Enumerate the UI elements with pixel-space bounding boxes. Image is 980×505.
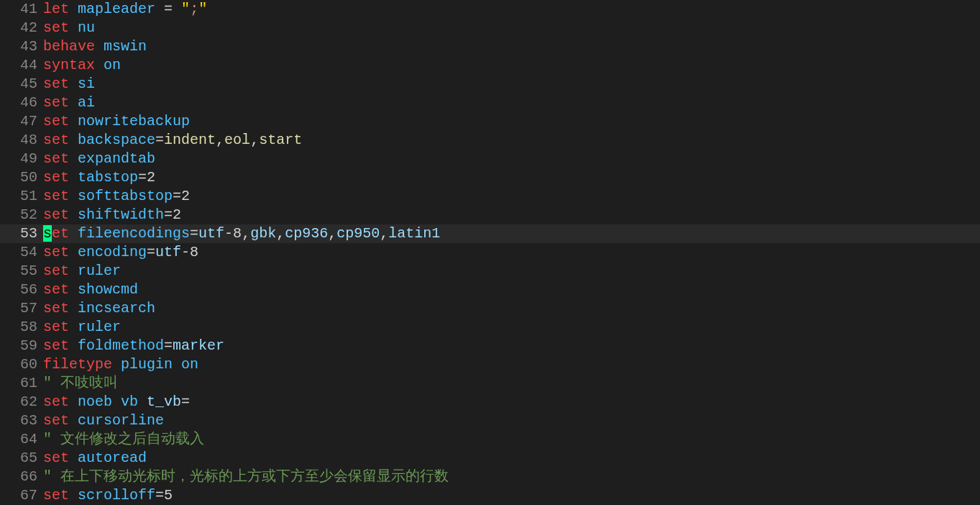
code-line[interactable]: 59set foldmethod=marker: [0, 337, 980, 355]
token: et: [52, 225, 69, 242]
code-line[interactable]: 65set autoread: [0, 449, 980, 468]
code-content[interactable]: set ruler: [42, 318, 980, 337]
code-content[interactable]: " 在上下移动光标时，光标的上方或下方至少会保留显示的行数: [42, 468, 980, 486]
code-line[interactable]: 62set noeb vb t_vb=: [0, 393, 980, 411]
code-content[interactable]: set ai: [42, 94, 980, 112]
code-line[interactable]: 67set scrolloff=5: [0, 486, 980, 505]
token: set: [43, 188, 69, 204]
token: [69, 150, 78, 167]
token: on: [181, 356, 198, 373]
token: shiftwidth: [78, 206, 164, 223]
line-number: 51: [0, 187, 42, 206]
code-content[interactable]: set backspace=indent,eol,start: [42, 131, 980, 150]
line-number: 61: [0, 374, 42, 393]
token: [69, 1, 78, 17]
code-content[interactable]: set shiftwidth=2: [42, 206, 980, 224]
code-line[interactable]: 58set ruler: [0, 318, 980, 337]
code-content[interactable]: set incsearch: [42, 299, 980, 318]
line-number: 54: [0, 243, 42, 262]
token: set: [43, 113, 69, 129]
token: =: [173, 188, 181, 204]
token: [112, 356, 121, 373]
code-content[interactable]: set scrolloff=5: [42, 486, 980, 505]
line-number: 58: [0, 318, 42, 337]
token: vb: [121, 393, 138, 410]
code-content[interactable]: set softtabstop=2: [42, 187, 980, 206]
code-line[interactable]: 48set backspace=indent,eol,start: [0, 131, 980, 150]
code-content[interactable]: set autoread: [42, 449, 980, 468]
token: indent: [164, 132, 216, 148]
code-line[interactable]: 64" 文件修改之后自动载入: [0, 430, 980, 449]
code-content[interactable]: set ruler: [42, 262, 980, 281]
code-line[interactable]: 54set encoding=utf-8: [0, 243, 980, 262]
code-line[interactable]: 61" 不吱吱叫: [0, 374, 980, 393]
code-content[interactable]: syntax on: [42, 56, 980, 75]
token: cp936: [285, 225, 328, 242]
token: [69, 393, 78, 410]
token: [69, 19, 78, 36]
code-line[interactable]: 46set ai: [0, 94, 980, 112]
token: =: [147, 244, 155, 260]
token: [69, 244, 78, 260]
code-line[interactable]: 63set cursorline: [0, 411, 980, 430]
code-content[interactable]: set fileencodings=utf-8,gbk,cp936,cp950,…: [42, 224, 980, 243]
line-number: 57: [0, 299, 42, 318]
token: mapleader: [78, 1, 155, 17]
token: set: [43, 300, 69, 317]
code-editor[interactable]: 41let mapleader = ";"42set nu43behave ms…: [0, 0, 980, 505]
token: [173, 356, 181, 373]
code-content[interactable]: set noeb vb t_vb=: [42, 393, 980, 411]
code-content[interactable]: set nu: [42, 19, 980, 37]
token: [69, 281, 78, 298]
text-cursor: s: [43, 225, 52, 242]
token: set: [43, 281, 69, 298]
code-line[interactable]: 51set softtabstop=2: [0, 187, 980, 206]
token: [69, 300, 78, 317]
code-line[interactable]: 49set expandtab: [0, 150, 980, 168]
code-line[interactable]: 42set nu: [0, 19, 980, 37]
code-line[interactable]: 52set shiftwidth=2: [0, 206, 980, 224]
code-content[interactable]: set tabstop=2: [42, 168, 980, 187]
code-line[interactable]: 56set showcmd: [0, 281, 980, 299]
code-content[interactable]: behave mswin: [42, 37, 980, 56]
code-line[interactable]: 45set si: [0, 75, 980, 94]
token: 2: [147, 169, 155, 186]
code-line[interactable]: 43behave mswin: [0, 37, 980, 56]
code-line[interactable]: 53set fileencodings=utf-8,gbk,cp936,cp95…: [0, 224, 980, 243]
token: si: [78, 76, 95, 92]
token: let: [43, 1, 69, 17]
code-content[interactable]: " 文件修改之后自动载入: [42, 430, 980, 449]
code-line[interactable]: 47set nowritebackup: [0, 112, 980, 131]
code-content[interactable]: " 不吱吱叫: [42, 374, 980, 393]
code-line[interactable]: 60filetype plugin on: [0, 355, 980, 374]
code-line[interactable]: 50set tabstop=2: [0, 168, 980, 187]
line-number: 50: [0, 168, 42, 187]
token: set: [43, 150, 69, 167]
code-content[interactable]: set cursorline: [42, 411, 980, 430]
code-line[interactable]: 41let mapleader = ";": [0, 0, 980, 19]
token: fileencodings: [78, 225, 190, 242]
token: [69, 263, 78, 279]
code-content[interactable]: filetype plugin on: [42, 355, 980, 374]
code-content[interactable]: set si: [42, 75, 980, 94]
token: [155, 1, 164, 17]
token: -8: [224, 225, 242, 242]
line-number: 43: [0, 37, 42, 56]
code-content[interactable]: let mapleader = ";": [42, 0, 980, 19]
token: set: [43, 94, 69, 111]
code-line[interactable]: 44syntax on: [0, 56, 980, 75]
token: ,: [250, 132, 259, 148]
code-line[interactable]: 57set incsearch: [0, 299, 980, 318]
code-content[interactable]: set showcmd: [42, 281, 980, 299]
line-number: 60: [0, 355, 42, 374]
code-line[interactable]: 66" 在上下移动光标时，光标的上方或下方至少会保留显示的行数: [0, 468, 980, 486]
code-content[interactable]: set nowritebackup: [42, 112, 980, 131]
token: [69, 94, 78, 111]
line-number: 48: [0, 131, 42, 150]
code-content[interactable]: set expandtab: [42, 150, 980, 168]
code-content[interactable]: set encoding=utf-8: [42, 243, 980, 262]
token: ,: [380, 225, 388, 242]
token: ": [198, 1, 207, 17]
code-content[interactable]: set foldmethod=marker: [42, 337, 980, 355]
code-line[interactable]: 55set ruler: [0, 262, 980, 281]
